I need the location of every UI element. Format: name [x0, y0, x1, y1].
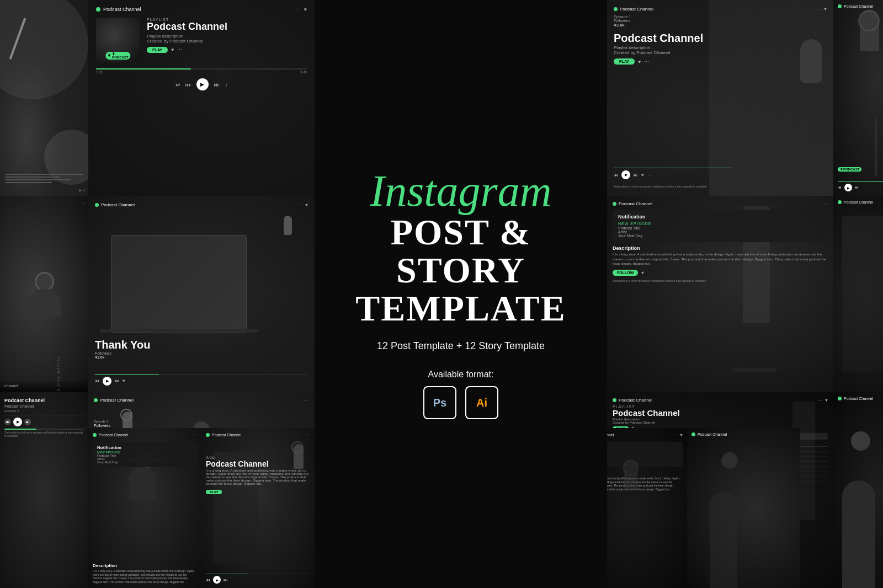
thumb-col2-row2: Podcast Channel ⋯ ♥ Thank You Followers … — [88, 196, 315, 392]
thumb-edge-right-mid: Podcast Channel — [833, 196, 883, 392]
thank-you-text: Thank You — [95, 339, 150, 351]
thumb-col4-row1: Podcast Channel ⋯ ♥ Episode 1 Followers … — [607, 0, 833, 196]
play-button[interactable]: PLAY — [147, 47, 168, 53]
thumb-edge-right-bot: Podcast Channel — [833, 392, 883, 588]
follow-channel-vertical: FOLLOW THIS CHANNEL — [56, 357, 60, 392]
podcast-channel-title: Podcast Channel — [147, 22, 307, 33]
thumb-edge-right-top: Podcast Channel PODCAST FOLLOW THIS CHAN… — [833, 0, 883, 196]
thumb-edge-left-bot: Podcast Channel Podcast Channel Episode … — [0, 392, 88, 588]
thumb-col4-row2: Podcast Channel ⋯ Notification NEW EPISO… — [607, 196, 833, 392]
thumb-col2-row1: Podcast Channel ⋯ ♥ 🎙 PODCAST — [88, 0, 315, 196]
thumb-edge-left-top: ▶ ● — [0, 0, 88, 196]
format-badges: Ps Ai — [423, 386, 498, 419]
story-thumb-1: Podcast Channel ⋯ Notification NEW EPISO… — [88, 428, 201, 588]
center-panel: Instagram POST & STORY TEMPLATE 12 Post … — [315, 0, 607, 588]
available-format-label: Available format: — [428, 370, 494, 379]
subtitle: 12 Post Template + 12 Story Template — [377, 340, 545, 352]
channel-name-col2r1: Podcast Channel — [103, 7, 141, 12]
ai-badge: Ai — [465, 386, 498, 419]
bottom-story-row-right: Podcast Channel ⋯ ♥ Notification NEW EPI… — [574, 428, 800, 588]
instagram-script: Instagram — [370, 169, 552, 213]
left-bot-channel: Podcast Channel — [4, 398, 84, 403]
thumb-edge-left-mid: ⋯ channel FOLLOW THIS CHANNEL — [0, 196, 88, 392]
post-story-title: POST & STORY TEMPLATE — [326, 213, 596, 328]
story-thumb-2: Podcast Channel ⋯ Artist Podcast Channel… — [201, 428, 315, 588]
ps-badge: Ps — [423, 386, 456, 419]
